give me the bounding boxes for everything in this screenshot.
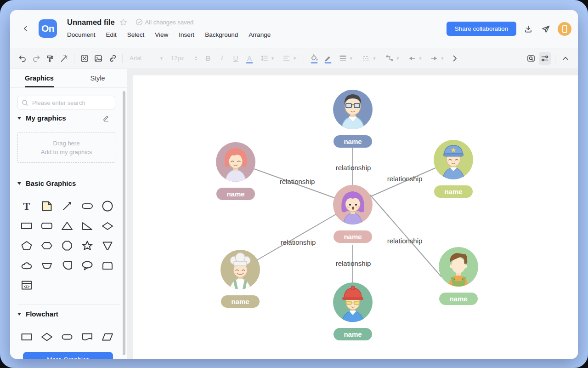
diagram-canvas[interactable]: name [133, 75, 578, 359]
shape-document-icon[interactable] [77, 327, 97, 346]
edit-pencil-icon[interactable] [102, 114, 110, 122]
flowchart-header[interactable]: Flowchart [17, 310, 58, 318]
insert-image-icon[interactable] [92, 52, 104, 65]
shape-circle-icon[interactable] [97, 196, 118, 216]
shape-decision-icon[interactable] [37, 327, 57, 346]
search-input[interactable] [31, 99, 111, 107]
shape-code-block-icon[interactable]: </> [17, 275, 37, 295]
font-family-select[interactable]: Arial▼ [127, 52, 166, 65]
node-name-badge[interactable]: name [334, 230, 372, 243]
undo-icon[interactable] [17, 52, 28, 65]
edge-label[interactable]: relationship [280, 178, 315, 185]
node-person-bottom[interactable]: name [333, 282, 373, 340]
fill-color-icon[interactable] [308, 52, 320, 65]
collapse-caret-icon[interactable] [17, 117, 21, 120]
menu-edit[interactable]: Edit [106, 31, 117, 38]
shape-pentagon-icon[interactable] [17, 236, 37, 255]
sidebar-scrollbar[interactable] [123, 91, 125, 355]
favorite-star-icon[interactable] [119, 18, 127, 26]
menu-select[interactable]: Select [127, 31, 145, 38]
shape-terminator-icon[interactable] [57, 327, 77, 346]
collapse-caret-icon[interactable] [17, 182, 21, 185]
user-avatar[interactable] [558, 22, 571, 36]
insert-link-icon[interactable] [106, 52, 118, 65]
shape-stadium-icon[interactable] [77, 196, 97, 216]
send-icon[interactable] [540, 23, 551, 34]
menu-view[interactable]: View [155, 31, 168, 38]
node-name-badge[interactable]: name [334, 328, 372, 340]
shape-search[interactable] [17, 96, 115, 109]
more-graphics-button[interactable]: More Graphics [23, 352, 113, 359]
menu-background[interactable]: Background [205, 31, 238, 38]
menu-insert[interactable]: Insert [179, 31, 194, 38]
shape-arrow-icon[interactable] [57, 196, 77, 216]
node-person-upper-right[interactable]: name [434, 140, 473, 198]
shape-right-triangle-icon[interactable] [77, 216, 97, 236]
shape-rectangle-icon[interactable] [17, 216, 37, 236]
node-person-upper-left[interactable]: name [216, 142, 255, 200]
shape-hexagon-icon[interactable] [37, 236, 57, 255]
find-replace-icon[interactable] [525, 52, 537, 65]
style-brush-icon[interactable] [58, 52, 70, 65]
arrow-start-icon[interactable]: ▼ [405, 52, 425, 65]
node-person-top[interactable]: name [333, 90, 373, 148]
shape-diamond-icon[interactable] [97, 216, 118, 236]
node-person-lower-right[interactable]: name [439, 247, 478, 305]
collapse-toolbar-icon[interactable] [560, 52, 571, 65]
shape-inverted-triangle-icon[interactable] [97, 236, 118, 255]
more-tools-icon[interactable] [449, 52, 461, 65]
file-title[interactable]: Unnamed file [67, 18, 115, 27]
shape-octagon-icon[interactable] [57, 236, 77, 255]
collapse-caret-icon[interactable] [17, 313, 21, 316]
node-person-lower-left[interactable]: name [220, 250, 260, 308]
node-person-center[interactable]: name [333, 185, 373, 243]
border-color-icon[interactable] [322, 52, 334, 65]
app-logo[interactable]: On [39, 19, 57, 38]
edge-label[interactable]: relationship [336, 164, 371, 172]
tab-graphics[interactable]: Graphics [10, 69, 68, 87]
back-button[interactable] [20, 23, 31, 34]
format-panel-icon[interactable] [539, 52, 551, 65]
shape-text-icon[interactable]: T [17, 196, 37, 216]
background-pattern-icon[interactable] [79, 52, 90, 65]
shape-star-icon[interactable] [77, 236, 97, 255]
text-align-icon[interactable]: ▼ [279, 52, 300, 65]
shape-process-icon[interactable] [17, 327, 37, 346]
underline-icon[interactable]: U [230, 52, 242, 65]
share-collaboration-button[interactable]: Share collaboration [447, 22, 516, 36]
shape-speech-bubble-icon[interactable] [77, 255, 97, 275]
shape-rounded-rectangle-icon[interactable] [37, 216, 57, 236]
shape-rounded-top-rectangle-icon[interactable] [97, 255, 118, 275]
bold-icon[interactable]: B [202, 52, 214, 65]
shape-triangle-icon[interactable] [57, 216, 77, 236]
my-graphics-header[interactable]: My graphics [17, 114, 120, 122]
shape-curved-trapezoid-icon[interactable] [37, 255, 57, 275]
arrow-end-icon[interactable]: ▼ [427, 52, 447, 65]
menu-document[interactable]: Document [67, 31, 96, 38]
tab-style[interactable]: Style [68, 69, 127, 87]
italic-icon[interactable]: I [216, 52, 228, 65]
font-size-stepper[interactable]: 12px▲▼ [168, 52, 200, 65]
menu-arrange[interactable]: Arrange [249, 31, 271, 38]
edge-label[interactable]: relationship [387, 237, 423, 245]
line-width-icon[interactable]: ▼ [336, 52, 356, 65]
shape-round-corner-square-icon[interactable] [57, 255, 77, 275]
node-name-badge[interactable]: name [221, 295, 260, 308]
format-painter-icon[interactable] [44, 52, 56, 65]
basic-graphics-header[interactable]: Basic Graphics [17, 179, 76, 187]
line-style-icon[interactable]: ▼ [358, 52, 380, 65]
node-name-badge[interactable]: name [334, 135, 372, 148]
my-graphics-dropzone[interactable]: Drag here Add to my graphics [17, 132, 115, 163]
shape-sticky-note-icon[interactable] [37, 196, 57, 216]
edge-label[interactable]: relationship [336, 259, 371, 267]
node-name-badge[interactable]: name [439, 293, 478, 305]
redo-icon[interactable] [30, 52, 42, 65]
node-name-badge[interactable]: name [434, 185, 473, 198]
connector-style-icon[interactable]: ▼ [382, 52, 403, 65]
edge-label[interactable]: relationship [387, 175, 423, 183]
font-color-icon[interactable]: A [243, 52, 255, 65]
download-icon[interactable] [523, 23, 534, 34]
line-height-icon[interactable]: ▼ [257, 52, 277, 65]
node-name-badge[interactable]: name [216, 188, 255, 200]
shape-cloud-icon[interactable] [17, 255, 37, 275]
